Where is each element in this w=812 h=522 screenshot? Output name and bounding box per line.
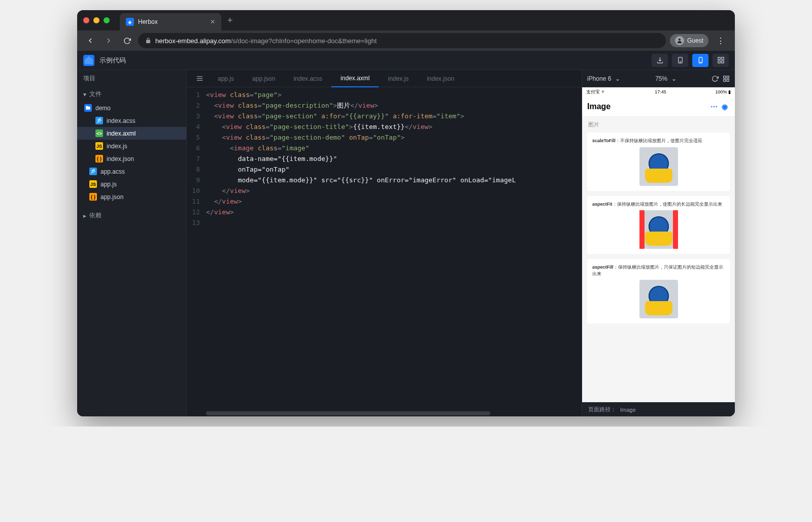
svg-rect-15 — [727, 79, 729, 81]
editor-tab-index-axml[interactable]: index.axml — [331, 70, 379, 87]
folder-icon — [84, 104, 92, 112]
browser-menu-button[interactable]: ⋮ — [713, 36, 729, 46]
preview-card-scaletofill: scaleToFill：不保持纵横比缩放图片，使图片完全适应 — [587, 133, 730, 191]
project-panel-label: 项目 — [77, 70, 186, 87]
editor-area: app.js app.json index.acss index.axml in… — [187, 70, 582, 416]
horizontal-scrollbar[interactable] — [187, 410, 582, 416]
preview-image — [639, 147, 678, 186]
scan-button[interactable] — [672, 54, 688, 67]
forward-button[interactable] — [101, 34, 116, 48]
card-title: scaleToFill：不保持纵横比缩放图片，使图片完全适应 — [592, 138, 725, 144]
file-index-acss[interactable]: 彡 index.acss — [77, 114, 186, 127]
acss-file-icon: 彡 — [89, 168, 97, 175]
preview-card-aspectfill: aspectFill：保持纵横比缩放图片，只保证图片的短边能完全显示出来 — [587, 259, 730, 323]
status-battery: 100% ▮ — [715, 89, 731, 94]
editor-menu-button[interactable] — [191, 75, 209, 82]
file-app-js[interactable]: JS app.js — [77, 178, 186, 190]
svg-rect-8 — [721, 61, 723, 63]
svg-point-0 — [679, 39, 681, 41]
close-circle-icon[interactable]: ◉ — [720, 103, 730, 111]
axml-file-icon: <> — [95, 129, 103, 137]
tab-title: Herbox — [138, 18, 158, 25]
mobile-preview-button[interactable] — [692, 54, 708, 67]
svg-rect-6 — [721, 57, 723, 59]
folder-demo[interactable]: demo — [77, 102, 186, 114]
address-bar: herbox-embed.alipay.com/s/doc-image?chIn… — [77, 30, 735, 51]
code-line: 7 data-name="{{item.mode}}" — [187, 153, 582, 164]
zoom-selector[interactable]: 75% — [655, 75, 667, 82]
code-line: 11 </view> — [187, 196, 582, 207]
editor-tab-index-acss[interactable]: index.acss — [284, 70, 331, 87]
editor-tab-index-json[interactable]: index.json — [418, 70, 463, 87]
browser-window: Herbox ✕ + herbox-embed.alipay.com/s/doc… — [77, 10, 735, 416]
card-title: aspectFit：保持纵横比缩放图片，使图片的长边能完全显示出来 — [592, 201, 725, 208]
maximize-window-button[interactable] — [104, 17, 110, 23]
file-app-acss[interactable]: 彡 app.acss — [77, 165, 186, 178]
app-header: 示例代码 — [77, 51, 735, 70]
preview-grid-button[interactable] — [723, 75, 730, 82]
code-line: 2 <view class="page-description">图片</vie… — [187, 100, 582, 111]
workspace: 项目 ▾ 文件 demo 彡 index.acss <> index.axml … — [77, 70, 735, 416]
chevron-right-icon: ▸ — [83, 212, 86, 219]
acss-file-icon: 彡 — [95, 117, 103, 124]
app-logo-icon — [83, 55, 94, 66]
json-file-icon: { } — [89, 193, 97, 201]
navbar: Image ⋯ ◉ — [582, 96, 735, 117]
code-line: 5 <view class="page-section-demo" onTap=… — [187, 132, 582, 143]
code-editor[interactable]: 1<view class="page">2 <view class="page-… — [187, 87, 582, 410]
code-line: 8 onTap="onTap" — [187, 164, 582, 175]
preview-toolbar: iPhone 6 ⌄ 75% ⌄ — [582, 70, 735, 87]
file-index-axml[interactable]: <> index.axml — [77, 127, 186, 140]
code-line: 3 <view class="page-section" a:for="{{ar… — [187, 111, 582, 121]
grid-view-button[interactable] — [713, 54, 729, 67]
editor-tab-app-js[interactable]: app.js — [209, 70, 243, 87]
device-selector[interactable]: iPhone 6 — [587, 75, 611, 82]
json-file-icon: { } — [95, 155, 103, 162]
code-line: 10 </view> — [187, 185, 582, 196]
sidebar: 项目 ▾ 文件 demo 彡 index.acss <> index.axml … — [77, 70, 187, 416]
url-input[interactable]: herbox-embed.alipay.com/s/doc-image?chIn… — [138, 33, 666, 48]
traffic-lights — [83, 17, 110, 23]
editor-tab-app-json[interactable]: app.json — [243, 70, 284, 87]
more-icon[interactable]: ⋯ — [708, 103, 720, 111]
deps-section-header[interactable]: ▸ 依赖 — [77, 208, 186, 223]
back-button[interactable] — [83, 34, 97, 48]
js-file-icon: JS — [95, 142, 103, 150]
minimize-window-button[interactable] — [93, 17, 99, 23]
file-index-js[interactable]: JS index.js — [77, 140, 186, 152]
svg-rect-14 — [724, 79, 726, 81]
titlebar: Herbox ✕ + — [77, 10, 735, 30]
reload-button[interactable] — [120, 34, 134, 48]
app-actions — [652, 54, 729, 67]
preview-reload-button[interactable] — [712, 75, 719, 82]
download-button[interactable] — [652, 54, 668, 67]
close-window-button[interactable] — [83, 17, 89, 23]
code-line: 1<view class="page"> — [187, 89, 582, 100]
code-line: 12</view> — [187, 207, 582, 217]
footer-path: Image — [620, 407, 636, 413]
preview-card-aspectfit: aspectFit：保持纵横比缩放图片，使图片的长边能完全显示出来 — [587, 196, 730, 254]
editor-tab-index-js[interactable]: index.js — [379, 70, 418, 87]
preview-footer: 页面路径： Image — [582, 402, 735, 416]
chevron-down-icon: ⌄ — [615, 75, 620, 82]
profile-button[interactable]: Guest — [670, 34, 708, 47]
carrier-label: 支付宝 ᯤ — [586, 89, 606, 95]
code-line: 13 — [187, 217, 582, 228]
preview-image — [639, 280, 678, 318]
page-title: Image — [587, 102, 611, 111]
chevron-down-icon: ▾ — [83, 91, 86, 98]
file-app-json[interactable]: { } app.json — [77, 190, 186, 203]
code-line: 4 <view class="page-section-title">{{ite… — [187, 121, 582, 132]
svg-rect-12 — [724, 76, 726, 78]
file-index-json[interactable]: { } index.json — [77, 152, 186, 165]
editor-tabs: app.js app.json index.acss index.axml in… — [187, 70, 582, 87]
close-tab-button[interactable]: ✕ — [210, 18, 215, 25]
status-time: 17:45 — [655, 89, 666, 94]
browser-tab-active[interactable]: Herbox ✕ — [120, 13, 221, 30]
files-section-header[interactable]: ▾ 文件 — [77, 87, 186, 102]
code-line: 6 <image class="image" — [187, 143, 582, 153]
section-label: 图片 — [582, 117, 735, 133]
folder-label: demo — [95, 105, 111, 112]
new-tab-button[interactable]: + — [221, 15, 239, 26]
guest-avatar-icon — [675, 36, 684, 45]
